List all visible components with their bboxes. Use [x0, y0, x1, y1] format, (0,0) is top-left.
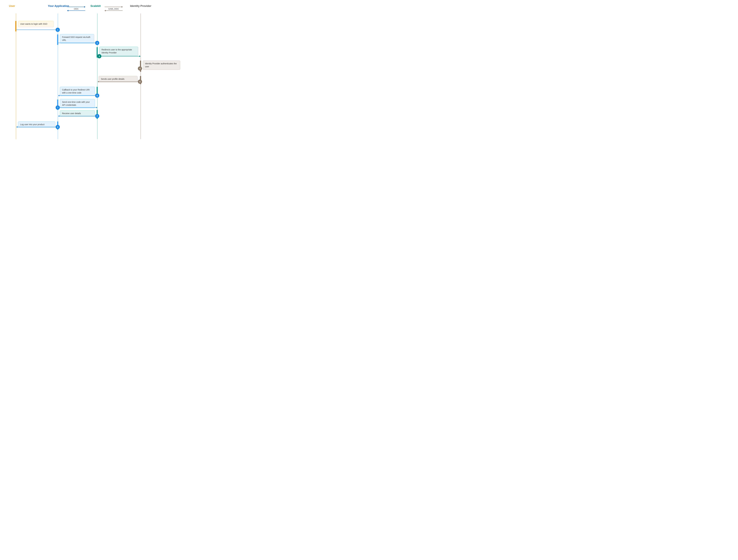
arrow-step5	[98, 81, 140, 82]
step-circle-6: 6	[95, 93, 99, 98]
arrow-step2	[58, 43, 97, 43]
step-circle-8: 8	[56, 125, 60, 129]
vbar-step1-user	[15, 21, 16, 31]
arrow-step6	[58, 95, 97, 96]
step-circle-4: 4	[138, 66, 142, 71]
protocol-oidc: OIDC	[67, 7, 85, 11]
step-circle-3: 3	[97, 54, 101, 58]
diagram-container: User Your Application Scalekit Identity …	[0, 0, 186, 144]
msg-step1: User wants to login with SSO	[18, 21, 54, 27]
protocol-saml-oidc: SAML,OIDC	[105, 7, 122, 11]
arrow-step7b	[58, 116, 97, 116]
vline-scalekit	[97, 13, 97, 139]
step-circle-7b: 7	[95, 114, 99, 118]
arrow-step8	[16, 127, 58, 127]
arrow-step7a	[58, 107, 97, 108]
arrow-step3	[98, 56, 140, 56]
arrow-step1	[16, 30, 58, 30]
step-circle-2: 2	[95, 41, 99, 45]
vbar-step2-app	[57, 34, 58, 45]
msg-step2: Forward SSO request via Auth URL	[60, 34, 94, 43]
vline-app	[58, 13, 58, 139]
msg-step7a: Send one-time code with your API credent…	[60, 99, 95, 108]
msg-step6: Callback to your Redirect URI with a one…	[60, 87, 95, 96]
step-circle-5: 5	[138, 79, 142, 84]
col-header-user: User	[9, 4, 15, 8]
msg-step4: Identity Provider authenticates the user	[143, 61, 180, 70]
msg-step3: Redirects user to the appropriate Identi…	[99, 47, 138, 56]
step-circle-1: 1	[56, 28, 60, 32]
step-circle-7a: 7	[56, 105, 60, 110]
col-header-idp: Identity Provider	[130, 4, 151, 8]
col-header-app: Your Application	[48, 4, 69, 8]
col-header-scalekit: Scalekit	[90, 4, 101, 8]
msg-step7b: Receive user details	[60, 110, 95, 117]
msg-step5: Sends user profile details	[99, 76, 137, 82]
